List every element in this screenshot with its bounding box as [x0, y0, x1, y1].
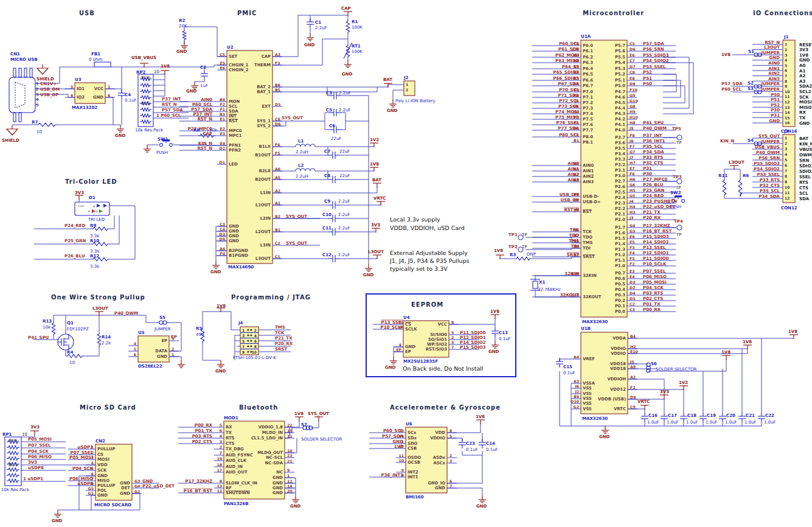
ic-u1a-pin-p2-5: P2.5 — [615, 190, 625, 195]
ic-u6-net-1v8: 1V8 — [394, 444, 403, 449]
ic-u2-pin-gnd: GND — [229, 239, 239, 243]
ic-u1a-net-rst-n: RST_N — [564, 208, 579, 212]
glyph-respack-105 — [140, 114, 151, 117]
ic-u6-pin-osdo: OSDO — [408, 455, 421, 460]
ic-u1a-pin-p1-0: P1.0 — [615, 264, 625, 268]
glyph-hdr-104-pin: 7 — [242, 344, 245, 349]
label-s1: S1 — [748, 49, 754, 54]
label-1v8: 1V8 — [294, 411, 304, 416]
label-jumper: JUMPER — [154, 327, 171, 332]
ic-u1a-pin-p4-7: P4.7 — [615, 89, 625, 94]
label-external-adjustable-supply: External Adjustable Supply — [390, 250, 468, 256]
conn-j1-label-miso: MISO — [799, 105, 812, 110]
label-gnd: GND — [304, 43, 315, 47]
ic-u1a-pinnum: E5 — [630, 240, 635, 244]
ic-cn2-pinnum: G2 — [134, 489, 140, 494]
ic-u1a-net-p02-cts: P02_CTS — [643, 296, 663, 301]
label-rst-n: RST_N — [162, 102, 177, 107]
glyph-hdr-104 — [250, 329, 252, 330]
glyph-usbconn-107-shield-pin — [24, 68, 27, 77]
ic-u2-pinnum: B2 — [275, 214, 280, 218]
label-1uf: 1uF — [200, 83, 208, 88]
ic-u2-part: MAX14690 — [228, 265, 254, 270]
ic-mod1-pinnum: 2 — [220, 445, 222, 449]
ic-u1a-pin-p7-4: P7.4 — [583, 111, 593, 116]
ic-u1b-pin-vddio: VDDIO — [611, 346, 626, 351]
ic-u5-pin-data: DATA — [155, 349, 167, 354]
ic-u1a-pin-p3-7: P3.7 — [615, 135, 625, 140]
label-tp: TP — [521, 245, 527, 250]
ic-u1a-pin-p1-7: P1.7 — [615, 225, 625, 230]
ic-u2-pin-b1out: B1OUT — [255, 153, 271, 158]
schematic-svg: ComRGB12345678910U3MAX132023IO14IO21VCC6… — [0, 0, 812, 527]
conn-j1-net-jumper: JUMPER — [760, 87, 780, 92]
ic-mod1-pinnum: 12 — [217, 489, 222, 493]
ic-u2-pinnum: E4 — [220, 141, 225, 145]
ic-u1a-pinnum: H10 — [630, 115, 638, 119]
ic-mod1-pin-vddio-1-8: VDDIO_1.8 — [259, 425, 283, 430]
ic-u2-pin-therm: THERM — [254, 63, 271, 68]
ic-u2-net-sys-out: SYS_OUT — [286, 241, 307, 246]
ic-u1a-pinnum: E8 — [630, 76, 635, 80]
label-c16: C16 — [648, 413, 658, 418]
label-0-1uf: 0.1uF — [466, 447, 478, 452]
label-10: 10 — [22, 432, 27, 437]
ic-u1a-pin-p2-7: P2.7 — [615, 179, 625, 184]
ic-u1a-net-p24-red: P24_RED — [643, 194, 664, 198]
ic-u1a-net-p33-rts: P33_RTS — [643, 155, 663, 160]
glyph-sw-100 — [675, 195, 682, 198]
ic-u3-body — [75, 83, 105, 103]
wire-118 — [449, 318, 495, 324]
wire-134 — [84, 347, 99, 356]
ic-mod1-pin-rx: RX — [226, 425, 232, 430]
glyph-res_h-0-resistor — [36, 123, 57, 127]
label-tp: TP — [676, 232, 682, 237]
conn-j3-label-vbus: VBUS — [799, 147, 812, 152]
ic-u2-pin-b2lx: B2LX — [259, 169, 271, 173]
glyph-jmp-92-jumper — [163, 321, 167, 324]
wire-79 — [663, 86, 685, 103]
ic-u1a-net-ain0: AIN0 — [567, 161, 579, 166]
ic-u2-pinnum: F5 — [275, 151, 280, 155]
ic-u5-pinnum: 1 — [172, 352, 174, 357]
ic-u4-pinnum: 7 — [451, 345, 454, 349]
ic-cn2-pin-gnd: GND — [97, 473, 108, 478]
ic-u1a-net-p57-sda: P57_SDA — [643, 41, 664, 46]
ic-cn2-net-p22-usd-det: P22_uSD_DET — [142, 484, 175, 489]
ic-u3-part: MAX13202 — [72, 105, 97, 110]
label-1v8: 1V8 — [743, 340, 752, 344]
label-10: 10 — [154, 69, 159, 74]
glyph-hdr-104 — [247, 351, 249, 352]
ic-u1a-pinnum: H8 — [630, 120, 635, 125]
ic-u1b-pin-vssa: VSSA — [583, 381, 595, 386]
label-sys-out: SYS_OUT — [308, 411, 329, 416]
glyph-hdr-104 — [247, 334, 249, 336]
label-ep: EP — [171, 335, 177, 340]
label-s2: S2 — [748, 81, 754, 86]
ic-cn2-pinnum: G4 — [134, 484, 141, 488]
glyph-ind-40-inductor — [296, 169, 315, 171]
label-1-0uf: 1.0uF — [706, 420, 718, 425]
label-p57-sda: P57_SDA — [162, 108, 183, 113]
ic-mod1-pinnum: 7 — [220, 451, 222, 455]
ic-u2-pin-set: SET — [229, 54, 238, 59]
label-c6: C6 — [329, 124, 335, 128]
ic-u1a-pinnum: G7 — [630, 150, 635, 154]
label-l1: L1 — [298, 139, 304, 144]
label-1-usdp1: 1 uSDP1 — [23, 476, 43, 481]
ic-u2-pinnum: C6 — [275, 117, 280, 121]
ic-u4-net-p12-sdio1: P12_SDIO1 — [460, 335, 486, 340]
label-10k-res-pack: 10k Res Pack — [135, 128, 164, 133]
ic-u1b-pinnum: J5 — [630, 360, 634, 365]
ic-u1a-net-p55-sdio3: P55_SDIO3 — [643, 53, 669, 58]
ic-u1a-pinnum: J3 — [629, 215, 634, 220]
ic-u1a-pin-p0-5: P0.5 — [615, 282, 625, 287]
ic-u2-pinnum: A6 — [275, 167, 280, 171]
ic-u1b-pin-vddb-usb: VDDB (USB) — [598, 397, 626, 402]
ic-u1a-net-p62-mosi: P62_MOSI — [555, 53, 579, 58]
label-io-connections: IO Connections — [753, 10, 812, 16]
ic-u3-pin-gnd: GND — [93, 95, 103, 100]
ic-u2-pinnum: D6 — [275, 122, 280, 126]
label-shield: SHIELD — [36, 77, 54, 82]
ic-u1b-pin-vdd18: VDD18 — [610, 366, 626, 371]
